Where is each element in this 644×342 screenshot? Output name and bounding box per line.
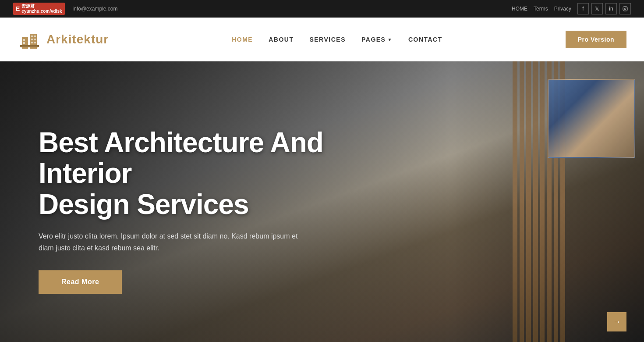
nav-pages[interactable]: PAGES ▼ bbox=[361, 36, 393, 43]
linkedin-icon[interactable]: in bbox=[605, 3, 617, 14]
nav-services[interactable]: SERVICES bbox=[309, 36, 346, 43]
slat-3 bbox=[526, 61, 531, 342]
top-bar: E 资源君 eyunzhu.com/vdisk info@example.com… bbox=[0, 0, 644, 18]
scroll-icon: → bbox=[613, 317, 621, 327]
top-bar-right: HOME Terms Privacy f 𝕏 in bbox=[512, 3, 631, 14]
hero-title: Best Architecture And Interior Design Se… bbox=[39, 127, 345, 220]
hero-subtitle: Vero elitr justo clita lorem. Ipsum dolo… bbox=[39, 230, 301, 254]
hero-title-line2: Design Services bbox=[39, 189, 249, 220]
watermark-line2: eyunzhu.com/vdisk bbox=[21, 9, 62, 14]
top-bar-left: E 资源君 eyunzhu.com/vdisk info@example.com bbox=[13, 3, 117, 15]
svg-rect-9 bbox=[31, 39, 33, 40]
svg-rect-6 bbox=[23, 39, 25, 41]
hero-small-image bbox=[548, 79, 635, 158]
svg-rect-7 bbox=[23, 42, 25, 44]
navbar: Arkitektur HOME ABOUT SERVICES PAGES ▼ C… bbox=[0, 18, 644, 61]
logo-icon bbox=[18, 28, 41, 51]
svg-rect-12 bbox=[34, 39, 36, 40]
logo-area[interactable]: Arkitektur bbox=[18, 28, 109, 51]
nav-home[interactable]: HOME bbox=[232, 36, 253, 43]
privacy-link[interactable]: Privacy bbox=[554, 6, 571, 12]
watermark-text: 资源君 eyunzhu.com/vdisk bbox=[21, 4, 62, 14]
svg-point-14 bbox=[20, 46, 39, 48]
hero-content: Best Architecture And Interior Design Se… bbox=[39, 127, 345, 294]
logo-name: Arkitektur bbox=[46, 32, 109, 46]
hero-title-line1: Best Architecture And Interior bbox=[39, 127, 323, 189]
svg-point-2 bbox=[626, 7, 626, 8]
nav-links: HOME ABOUT SERVICES PAGES ▼ CONTACT bbox=[232, 36, 442, 43]
scroll-button[interactable]: → bbox=[607, 312, 626, 331]
svg-rect-11 bbox=[34, 36, 36, 37]
pro-version-button[interactable]: Pro Version bbox=[566, 31, 626, 48]
contact-email: info@example.com bbox=[73, 6, 118, 12]
social-icons: f 𝕏 in bbox=[577, 3, 631, 14]
twitter-icon[interactable]: 𝕏 bbox=[591, 3, 603, 14]
svg-rect-8 bbox=[31, 36, 33, 37]
slat-1 bbox=[513, 61, 517, 342]
slat-4 bbox=[533, 61, 538, 342]
slat-2 bbox=[520, 61, 524, 342]
facebook-icon[interactable]: f bbox=[577, 3, 589, 14]
read-more-button[interactable]: Read More bbox=[39, 270, 122, 294]
terms-link[interactable]: HOME bbox=[512, 6, 527, 12]
slat-5 bbox=[540, 61, 545, 342]
svg-point-1 bbox=[624, 8, 626, 10]
hero-section: Best Architecture And Interior Design Se… bbox=[0, 61, 644, 342]
watermark-line1: 资源君 bbox=[21, 4, 62, 9]
svg-rect-10 bbox=[31, 42, 33, 43]
terms-link-text[interactable]: Terms bbox=[534, 6, 548, 12]
watermark-letter: E bbox=[16, 5, 20, 12]
nav-contact[interactable]: CONTACT bbox=[408, 36, 442, 43]
pages-dropdown-arrow: ▼ bbox=[387, 37, 392, 42]
nav-about[interactable]: ABOUT bbox=[269, 36, 294, 43]
svg-rect-0 bbox=[623, 7, 627, 11]
svg-rect-13 bbox=[34, 42, 36, 43]
instagram-icon[interactable] bbox=[619, 3, 631, 14]
watermark: E 资源君 eyunzhu.com/vdisk bbox=[13, 3, 65, 15]
